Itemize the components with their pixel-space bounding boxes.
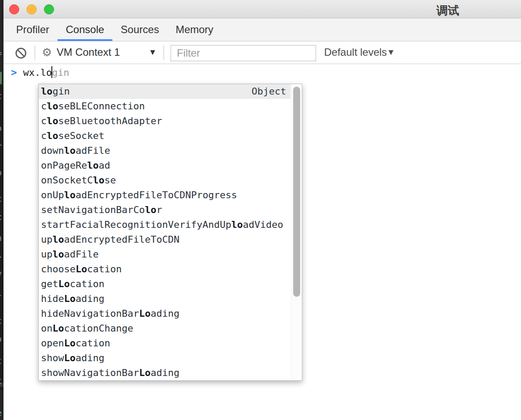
- background-editor-strip: =coroccnlylcotte: [0, 0, 3, 420]
- suggestion-pre: choose: [41, 262, 75, 277]
- suggestion-post: cation: [75, 336, 110, 351]
- suggestion-pre: hideNavigationBar: [41, 306, 139, 321]
- dropdown-scrollbar[interactable]: [291, 84, 302, 380]
- suggestion-pre: down: [41, 143, 64, 158]
- suggestion-pre: c: [41, 114, 47, 129]
- editor-text-fragment: l: [0, 288, 3, 297]
- suggestion-post: ading: [75, 291, 104, 306]
- suggestion-item[interactable]: openLocation: [39, 336, 291, 351]
- suggestion-item[interactable]: chooseLocation: [39, 262, 291, 277]
- window-title: 调试: [436, 3, 459, 18]
- gear-icon: ⚙: [42, 46, 52, 59]
- suggestion-item[interactable]: onLocationChange: [39, 321, 291, 336]
- suggestion-post: adFile: [75, 143, 110, 158]
- editor-text-fragment: c: [0, 316, 3, 325]
- suggestion-item[interactable]: uploadFile: [39, 247, 291, 262]
- tab-sources[interactable]: Sources: [112, 18, 167, 41]
- suggestion-match: lo: [47, 114, 58, 129]
- suggestion-item[interactable]: onUploadEncryptedFileToCDNProgress: [39, 188, 291, 203]
- suggestion-post: adEncryptedFileToCDNProgress: [75, 188, 237, 203]
- suggestion-match: lo: [41, 84, 53, 99]
- suggestion-item[interactable]: startFacialRecognitionVerifyAndUploadVid…: [39, 217, 291, 232]
- clear-console-button[interactable]: [15, 47, 27, 59]
- suggestion-pre: show: [41, 351, 64, 366]
- suggestion-post: ading: [151, 366, 179, 380]
- suggestion-item[interactable]: getLocation: [39, 277, 291, 291]
- suggestion-match: lo: [93, 173, 105, 188]
- scrollbar-thumb[interactable]: [293, 87, 300, 297]
- suggestion-pre: c: [41, 99, 47, 114]
- suggestion-item[interactable]: onPageReload: [39, 158, 291, 173]
- suggestion-pre: on: [41, 321, 53, 336]
- suggestion-item[interactable]: setNavigationBarColor: [39, 203, 291, 217]
- suggestion-post: cation: [87, 262, 122, 277]
- filter-input[interactable]: [170, 45, 316, 61]
- suggestion-post: ad: [98, 158, 110, 173]
- suggestion-post: seBLEConnection: [58, 99, 145, 114]
- suggestion-post: adEncryptedFileToCDN: [64, 232, 179, 247]
- suggestion-pre: c: [41, 129, 47, 143]
- suggestion-post: ading: [151, 306, 179, 321]
- suggestion-pre: showNavigationBar: [41, 366, 139, 380]
- console-prompt-row[interactable]: > wx.login: [3, 64, 521, 82]
- log-level-label: Default levels: [324, 46, 387, 58]
- suggestion-pre: up: [41, 247, 53, 262]
- editor-text-fragment: o: [0, 124, 3, 132]
- suggestion-item[interactable]: hideLoading: [39, 291, 291, 306]
- suggestion-item[interactable]: loginObject: [39, 84, 291, 99]
- suggestion-match: Lo: [139, 306, 151, 321]
- suggestion-post: ading: [75, 351, 104, 366]
- suggestion-match: lo: [87, 158, 99, 173]
- suggestion-pre: get: [41, 277, 58, 291]
- suggestion-pre: onUp: [41, 188, 64, 203]
- suggestion-item[interactable]: uploadEncryptedFileToCDN: [39, 232, 291, 247]
- suggestion-pre: open: [41, 336, 64, 351]
- chevron-down-icon: ▼: [149, 47, 157, 57]
- suggestion-item[interactable]: closeBLEConnection: [39, 99, 291, 114]
- block-circle-slash-icon: [15, 47, 27, 59]
- suggestion-post: cationChange: [64, 321, 133, 336]
- suggestion-item[interactable]: showNavigationBarLoading: [39, 366, 291, 380]
- console-input[interactable]: wx.login: [23, 66, 69, 78]
- minimize-window-button[interactable]: [27, 4, 37, 14]
- editor-text-fragment: o: [0, 335, 3, 343]
- editor-text-fragment: y: [0, 269, 3, 278]
- suggestion-match: Lo: [139, 366, 151, 380]
- suggestion-item[interactable]: downloadFile: [39, 143, 291, 158]
- tab-memory[interactable]: Memory: [167, 18, 222, 41]
- editor-text-fragment: e: [0, 409, 3, 417]
- toolbar-separator: [34, 45, 35, 60]
- suggestion-pre: hide: [41, 291, 64, 306]
- zoom-window-button[interactable]: [44, 4, 54, 14]
- suggestion-pre: up: [41, 232, 53, 247]
- tab-profiler[interactable]: Profiler: [8, 18, 58, 41]
- suggestion-post: seBluetoothAdapter: [58, 114, 162, 129]
- suggestion-match: lo: [53, 232, 64, 247]
- editor-text-fragment: r: [0, 142, 3, 151]
- editor-text-fragment: n: [0, 234, 3, 242]
- autocomplete-dropdown: loginObjectcloseBLEConnectioncloseBlueto…: [38, 84, 302, 381]
- editor-text-fragment: =: [0, 49, 3, 58]
- suggestion-item[interactable]: onSocketClose: [39, 173, 291, 188]
- editor-text-fragment: t: [0, 376, 3, 385]
- close-window-button[interactable]: [9, 4, 19, 14]
- suggestion-match: lo: [47, 129, 58, 143]
- suggestion-item[interactable]: closeSocket: [39, 129, 291, 143]
- title-bar: 调试: [3, 0, 521, 18]
- suggestion-match: lo: [231, 217, 243, 232]
- suggestion-pre: startFacialRecognitionVerifyAndUp: [41, 217, 231, 232]
- suggestion-type: Object: [252, 84, 286, 99]
- tab-console[interactable]: Console: [58, 18, 112, 41]
- editor-text-fragment: c: [0, 91, 3, 100]
- suggestion-item[interactable]: showLoading: [39, 351, 291, 366]
- suggestion-match: lo: [47, 99, 58, 114]
- suggestion-item[interactable]: hideNavigationBarLoading: [39, 306, 291, 321]
- suggestion-match: lo: [145, 203, 156, 217]
- suggestion-match: lo: [64, 143, 76, 158]
- suggestion-post: seSocket: [58, 129, 105, 143]
- suggestion-pre: setNavigationBarCo: [41, 203, 145, 217]
- suggestion-pre: onPageRe: [41, 158, 87, 173]
- suggestion-post: gin: [53, 84, 70, 99]
- chevron-down-icon: ▼: [387, 47, 395, 57]
- suggestion-item[interactable]: closeBluetoothAdapter: [39, 114, 291, 129]
